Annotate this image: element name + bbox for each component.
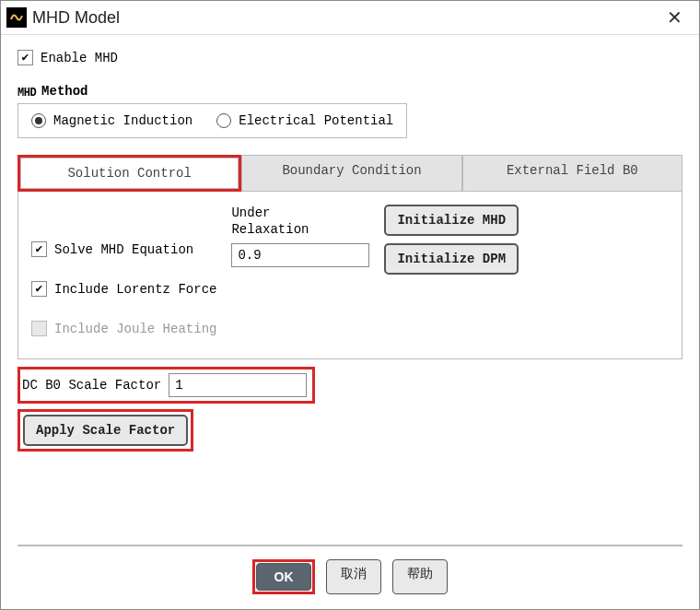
help-button[interactable]: 帮助 [392, 559, 448, 594]
cancel-button[interactable]: 取消 [326, 559, 381, 594]
method-section-label: MHD Method [18, 84, 682, 100]
footer: OK 取消 帮助 [1, 546, 699, 609]
apply-scale-factor-button[interactable]: Apply Scale Factor [23, 415, 188, 446]
close-icon[interactable]: ✕ [661, 6, 688, 29]
solution-control-panel: ✔ Solve MHD Equation ✔ Include Lorentz F… [18, 192, 682, 359]
radio-magnetic-induction[interactable]: Magnetic Induction [31, 113, 192, 128]
tabs: Solution Control Boundary Condition Exte… [18, 155, 682, 192]
enable-mhd-row[interactable]: ✔ Enable MHD [18, 50, 682, 65]
solve-mhd-row[interactable]: ✔ Solve MHD Equation [31, 241, 216, 257]
initialize-dpm-button[interactable]: Initialize DPM [384, 243, 519, 275]
include-joule-checkbox [31, 321, 47, 336]
under-relaxation-label: Under Relaxation [231, 205, 369, 238]
highlight-box-tab: Solution Control [18, 155, 241, 192]
tab-solution-control[interactable]: Solution Control [20, 158, 239, 189]
ok-button[interactable]: OK [256, 563, 311, 591]
include-lorentz-row[interactable]: ✔ Include Lorentz Force [31, 281, 216, 297]
tab-external-field[interactable]: External Field B0 [462, 155, 682, 192]
dc-scale-row: DC B0 Scale Factor [18, 367, 315, 404]
method-radio-group: Magnetic Induction Electrical Potential [18, 103, 407, 138]
radio-electrical-potential[interactable]: Electrical Potential [216, 113, 393, 128]
include-joule-row: Include Joule Heating [31, 321, 216, 336]
highlight-box-ok: OK [252, 559, 315, 594]
enable-mhd-label: Enable MHD [41, 51, 118, 65]
apply-scale-wrap: Apply Scale Factor [18, 409, 193, 452]
radio-icon[interactable] [216, 113, 231, 128]
app-icon [6, 7, 27, 28]
solve-mhd-checkbox[interactable]: ✔ [31, 241, 47, 257]
under-relaxation-input[interactable] [231, 243, 369, 267]
mhd-model-dialog: MHD Model ✕ ✔ Enable MHD MHD Method Magn… [0, 0, 700, 610]
titlebar: MHD Model ✕ [1, 1, 699, 35]
radio-icon[interactable] [31, 113, 46, 128]
include-lorentz-checkbox[interactable]: ✔ [31, 281, 47, 297]
initialize-mhd-button[interactable]: Initialize MHD [384, 205, 519, 236]
enable-mhd-checkbox[interactable]: ✔ [18, 50, 33, 65]
dc-scale-input[interactable] [169, 373, 307, 397]
tab-boundary-condition[interactable]: Boundary Condition [241, 155, 461, 192]
dc-scale-label: DC B0 Scale Factor [22, 378, 161, 393]
dialog-title: MHD Model [32, 8, 120, 28]
